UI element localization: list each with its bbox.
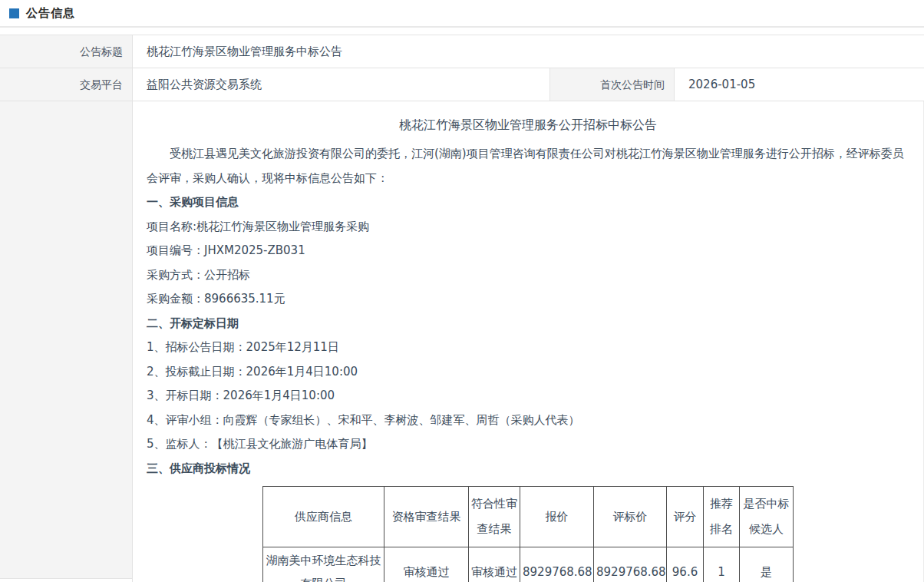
first-announce-time-value: 2026-01-05 xyxy=(674,68,924,101)
page-header: 公告信息 xyxy=(0,0,924,28)
bid-table-header-cell: 是否中标候选人 xyxy=(740,487,794,547)
announcement-body: 桃花江竹海景区物业管理服务公开招标中标公告 受桃江县遇见美文化旅游投资有限公司的… xyxy=(132,101,924,582)
section-line: 3、开标日期：2026年1月4日10:00 xyxy=(147,384,909,408)
section-heading-3: 三、供应商投标情况 xyxy=(147,457,909,481)
section-heading-1: 一、采购项目信息 xyxy=(147,190,909,215)
bid-table-cell: 湖南美中环境生态科技有限公司 xyxy=(263,547,384,582)
bid-table-header-cell: 供应商信息 xyxy=(263,487,384,547)
side-label-column xyxy=(0,101,132,579)
bid-table-cell: 8929768.68 xyxy=(520,547,594,582)
section-line: 项目名称:桃花江竹海景区物业管理服务采购 xyxy=(147,215,909,240)
announcement-title-label: 公告标题 xyxy=(0,35,132,68)
bid-table-cell: 审核通过 xyxy=(384,547,469,582)
trade-platform-value: 益阳公共资源交易系统 xyxy=(132,68,549,101)
bid-table-cell: 8929768.68 xyxy=(594,547,667,582)
page-title: 公告信息 xyxy=(26,6,75,21)
bid-table-header-cell: 推荐排名 xyxy=(704,487,740,547)
intro-paragraph: 受桃江县遇见美文化旅游投资有限公司的委托，江河(湖南)项目管理咨询有限责任公司对… xyxy=(147,142,909,190)
bid-table-header-cell: 评分 xyxy=(667,487,704,547)
bid-table-header-cell: 资格审查结果 xyxy=(384,487,469,547)
section-line: 项目编号：JHXM2025-ZB031 xyxy=(147,239,909,263)
announcement-title-value: 桃花江竹海景区物业管理服务中标公告 xyxy=(132,35,924,68)
trade-platform-row: 交易平台 益阳公共资源交易系统 首次公告时间 2026-01-05 xyxy=(0,68,924,101)
section-line: 采购金额：8966635.11元 xyxy=(147,287,909,312)
section-line: 1、招标公告日期：2025年12月11日 xyxy=(147,336,909,360)
trade-platform-label: 交易平台 xyxy=(0,68,132,101)
bid-table: 供应商信息 资格审查结果 符合性审查结果 报价 评标价 评分 推荐排名 是否中标… xyxy=(262,486,794,582)
bid-table-header-cell: 评标价 xyxy=(594,487,667,547)
section-marker-icon xyxy=(9,8,19,18)
bid-table-cell: 96.6 xyxy=(667,547,704,582)
bid-table-header-cell: 符合性审查结果 xyxy=(469,487,520,547)
announcement-heading: 桃花江竹海景区物业管理服务公开招标中标公告 xyxy=(147,115,909,135)
section-heading-2: 二、开标定标日期 xyxy=(147,312,909,336)
announcement-content-row: 桃花江竹海景区物业管理服务公开招标中标公告 受桃江县遇见美文化旅游投资有限公司的… xyxy=(0,101,924,582)
announcement-title-row: 公告标题 桃花江竹海景区物业管理服务中标公告 xyxy=(0,35,924,68)
section-line: 采购方式：公开招标 xyxy=(147,263,909,288)
section-line: 2、投标截止日期：2026年1月4日10:00 xyxy=(147,360,909,385)
bid-table-cell: 审核通过 xyxy=(469,547,520,582)
section-line: 5、监标人：【桃江县文化旅游广电体育局】 xyxy=(147,432,909,457)
section-line: 4、评审小组：向霞辉（专家组长）、宋和平、李树波、邹建军、周哲（采购人代表） xyxy=(147,408,909,433)
bid-table-header-cell: 报价 xyxy=(520,487,594,547)
bid-table-header-row: 供应商信息 资格审查结果 符合性审查结果 报价 评标价 评分 推荐排名 是否中标… xyxy=(263,487,794,547)
bid-table-cell: 是 xyxy=(740,547,794,582)
bid-table-cell: 1 xyxy=(704,547,740,582)
first-announce-time-label: 首次公告时间 xyxy=(549,68,674,101)
bid-table-row: 湖南美中环境生态科技有限公司 审核通过 审核通过 8929768.68 8929… xyxy=(263,547,794,582)
